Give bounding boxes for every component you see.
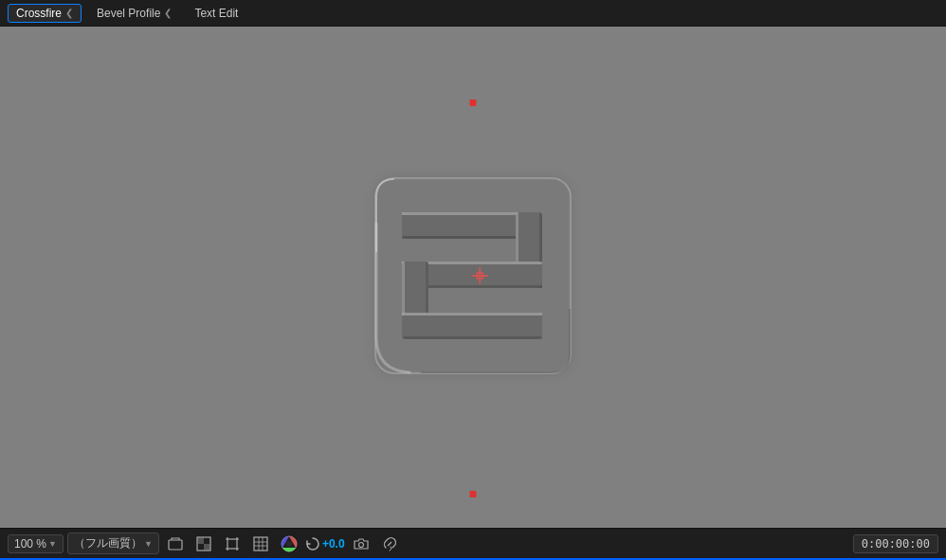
quality-value: （フル画質） xyxy=(74,535,142,551)
svg-point-41 xyxy=(358,542,363,547)
svg-rect-25 xyxy=(227,539,237,549)
camera-icon-btn[interactable] xyxy=(349,533,373,554)
svg-rect-19 xyxy=(471,275,488,277)
svg-rect-21 xyxy=(169,540,182,550)
tab-bevel-profile[interactable]: Bevel Profile ❮ xyxy=(89,5,179,22)
zoom-dropdown-icon: ▼ xyxy=(48,539,57,549)
rotation-control[interactable]: +0.0 xyxy=(305,536,345,551)
grid-icon-btn[interactable] xyxy=(248,533,273,554)
tab-crossfire[interactable]: Crossfire ❮ xyxy=(8,4,82,23)
crosshair-cursor xyxy=(471,267,488,288)
svg-point-40 xyxy=(286,541,292,547)
svg-rect-15 xyxy=(402,313,542,339)
tab-crossfire-label: Crossfire xyxy=(16,7,62,20)
color-wheel-icon-btn[interactable] xyxy=(277,533,301,554)
tab-crossfire-chevron: ❮ xyxy=(65,8,73,18)
tab-bevel-chevron: ❮ xyxy=(164,8,172,18)
link-icon-btn[interactable] xyxy=(377,533,402,554)
tab-bevel-label: Bevel Profile xyxy=(97,7,160,20)
zoom-value: 100 % xyxy=(14,537,46,551)
crop-icon-btn[interactable] xyxy=(220,533,245,554)
svg-rect-34 xyxy=(254,537,267,551)
tab-text-edit[interactable]: Text Edit xyxy=(187,5,246,22)
red-dot-top xyxy=(470,99,477,106)
quality-control[interactable]: （フル画質） ▼ xyxy=(67,533,159,554)
main-viewport xyxy=(0,27,946,528)
timecode-display[interactable]: 0:00:00:00 xyxy=(853,534,938,553)
quality-dropdown-icon: ▼ xyxy=(144,539,153,549)
svg-rect-16 xyxy=(402,313,542,316)
svg-rect-17 xyxy=(402,336,542,339)
svg-rect-23 xyxy=(197,537,204,544)
svg-rect-24 xyxy=(204,544,210,551)
expand-icon-btn[interactable] xyxy=(163,533,188,554)
tab-text-label: Text Edit xyxy=(194,7,238,20)
zoom-control[interactable]: 100 % ▼ xyxy=(8,534,64,553)
rotation-value: +0.0 xyxy=(322,537,345,551)
top-nav-bar: Crossfire ❮ Bevel Profile ❮ Text Edit xyxy=(0,0,946,27)
bottom-toolbar: 100 % ▼ （フル画質） ▼ xyxy=(0,528,946,558)
red-dot-bottom xyxy=(470,491,477,497)
checker-icon-btn[interactable] xyxy=(191,533,216,554)
